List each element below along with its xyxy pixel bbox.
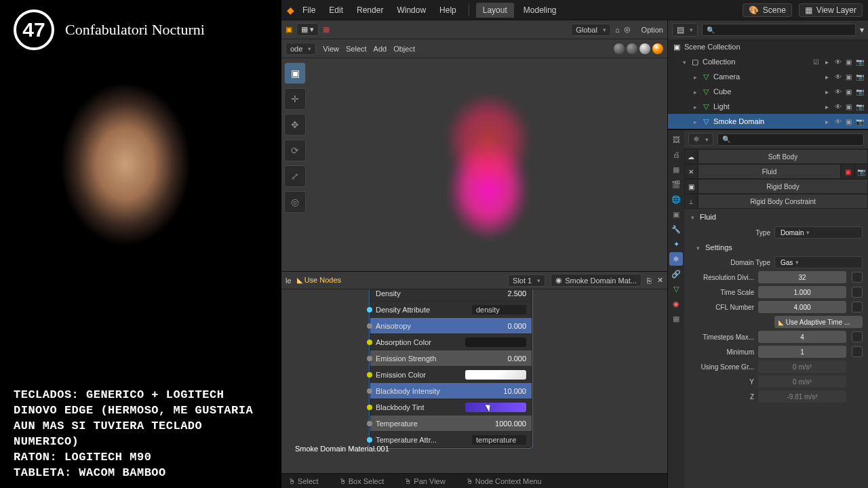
- properties-tabs: 🖼 🖨 ▦ 🎬 🌐 ▣ 🔧 ✦ ⚛ 🔗 ▽ ◉ ▦: [668, 130, 684, 488]
- tab-particles-icon[interactable]: ✦: [669, 237, 683, 251]
- shading-solid-icon[interactable]: [627, 43, 637, 54]
- node-row-density-attribute[interactable]: Density Attributedensity: [370, 301, 532, 317]
- tab-physics-icon[interactable]: ⚛: [669, 252, 683, 266]
- tab-data-icon[interactable]: ▽: [669, 282, 683, 296]
- softbody-row[interactable]: ☁Soft Body: [684, 149, 868, 164]
- shading-wireframe-icon[interactable]: [614, 43, 625, 54]
- tab-viewlayer-icon[interactable]: ▦: [669, 163, 683, 176]
- menu-window[interactable]: Window: [391, 3, 431, 18]
- blender-logo-icon: ◆: [287, 5, 294, 16]
- node-row-blackbody-tint[interactable]: Blackbody Tint: [370, 399, 532, 415]
- mode-dropdown[interactable]: ode: [285, 43, 316, 55]
- prop-time-scale[interactable]: Time Scale1.000: [684, 285, 868, 300]
- menu-render[interactable]: Render: [351, 3, 389, 18]
- menu-help[interactable]: Help: [434, 3, 462, 18]
- settings-subpanel[interactable]: Settings: [684, 240, 868, 255]
- tab-modifier-icon[interactable]: 🔧: [669, 222, 683, 236]
- outliner-scene-collection[interactable]: ▣Scene Collection: [668, 39, 868, 54]
- tool-select-box[interactable]: ▣: [284, 62, 306, 84]
- prop-resolution-divi-[interactable]: Resolution Divi...32: [684, 270, 868, 285]
- outliner-item-light[interactable]: ▽Light▸👁▣📷: [668, 99, 868, 114]
- tool-move[interactable]: ✥: [284, 114, 306, 136]
- status-context: 🖱 Node Context Menu: [466, 477, 542, 485]
- menu-view[interactable]: View: [323, 45, 339, 53]
- tool-transform[interactable]: ◎: [284, 191, 306, 213]
- shading-rendered-icon[interactable]: [652, 43, 663, 54]
- close-icon[interactable]: ✕: [657, 276, 663, 285]
- node-row-blackbody-intensity[interactable]: Blackbody Intensity10.000: [370, 382, 532, 399]
- pin-icon[interactable]: ⎘: [647, 277, 652, 285]
- fluid-row[interactable]: ✕Fluid▣📷: [684, 164, 868, 179]
- fluid-type-dropdown[interactable]: Domain: [774, 226, 863, 239]
- fire-simulation: [420, 83, 556, 246]
- outliner: ▤ 🔍 ▾ ▣Scene Collection ▢Collection☑▸👁▣📷…: [668, 20, 868, 129]
- tool-rotate[interactable]: ⟳: [284, 140, 306, 161]
- outliner-search[interactable]: 🔍: [702, 24, 856, 36]
- tab-world-icon[interactable]: 🌐: [669, 192, 683, 206]
- info-text: TECLADOS: GENERICO + LOGITECH DINOVO EDG…: [14, 388, 275, 481]
- use-nodes-toggle[interactable]: ◣ Use Nodes: [297, 276, 341, 285]
- shading-material-icon[interactable]: [639, 43, 650, 54]
- webcam-face: [34, 80, 217, 290]
- options-label[interactable]: Option: [642, 26, 663, 34]
- outliner-item-smoke-domain[interactable]: ▽Smoke Domain▸👁▣📷: [668, 114, 868, 129]
- menu-edit[interactable]: Edit: [323, 3, 349, 18]
- fluid-panel-title[interactable]: Fluid: [684, 209, 868, 225]
- node-row-temperature-attr-[interactable]: Temperature Attr...temperature: [370, 431, 532, 447]
- snap-toggle[interactable]: ⌂: [615, 26, 620, 34]
- node-row-density[interactable]: Density2.500: [370, 289, 532, 301]
- tab-texture-icon[interactable]: ▦: [669, 312, 683, 325]
- search-icon: 🔍: [722, 136, 730, 143]
- menu-file[interactable]: File: [297, 3, 321, 18]
- tab-object-icon[interactable]: ▣: [669, 207, 683, 221]
- tab-material-icon[interactable]: ◉: [669, 297, 683, 310]
- prop-timesteps-max-[interactable]: Timesteps Max...4: [684, 329, 868, 344]
- node-row-absorption-color[interactable]: Absorption Color: [370, 333, 532, 350]
- tab-scene-icon[interactable]: 🎬: [669, 178, 683, 191]
- prop-y[interactable]: Y0 m/s²: [684, 374, 868, 389]
- prop-minimum[interactable]: Minimum1: [684, 344, 868, 359]
- tool-scale[interactable]: ⤢: [284, 165, 306, 187]
- rigidbody-constraint-row[interactable]: ⟂Rigid Body Constraint: [684, 194, 868, 209]
- workspace-modeling[interactable]: Modeling: [517, 3, 564, 18]
- tab-output-icon[interactable]: 🖨: [669, 148, 683, 161]
- outliner-collection[interactable]: ▢Collection☑▸👁▣📷: [668, 54, 868, 69]
- viewport-header: ▣ ▦ ▾ ▦ Global ⌂ ◎ Option: [281, 20, 667, 39]
- tab-constraint-icon[interactable]: 🔗: [669, 267, 683, 281]
- snap-icon[interactable]: ▦: [323, 25, 330, 34]
- node-graph[interactable]: Density2.500Density AttributedensityAnis…: [281, 289, 667, 473]
- layer-icon: ▦: [805, 5, 812, 15]
- node-row-temperature[interactable]: Temperature1000.000: [370, 415, 532, 431]
- prop-using-scene-gr-[interactable]: Using Scene Gr...0 m/s²: [684, 359, 868, 374]
- outliner-item-camera[interactable]: ▽Camera▸👁▣📷: [668, 69, 868, 84]
- tab-render-icon[interactable]: 🖼: [669, 133, 683, 146]
- menu-add[interactable]: Add: [374, 45, 387, 53]
- prop-z[interactable]: Z-9.81 m/s²: [684, 389, 868, 404]
- material-selector[interactable]: ◉ Smoke Domain Mat...: [551, 274, 642, 287]
- select-tool-dropdown[interactable]: ▦ ▾: [296, 23, 319, 36]
- prop-domain-type[interactable]: Domain TypeGas: [684, 255, 868, 270]
- principled-volume-node[interactable]: Density2.500Density AttributedensityAnis…: [370, 289, 532, 448]
- tool-cursor[interactable]: ✛: [284, 88, 306, 110]
- rigidbody-row[interactable]: ▣Rigid Body: [684, 179, 868, 194]
- menu-select[interactable]: Select: [346, 45, 367, 53]
- status-box-select: 🖱 Box Select: [339, 477, 384, 485]
- outliner-item-cube[interactable]: ▽Cube▸👁▣📷: [668, 84, 868, 99]
- outliner-mode[interactable]: ▤: [672, 23, 698, 37]
- proportional-toggle[interactable]: ◎: [624, 25, 631, 34]
- viewlayer-selector[interactable]: ▦View Layer: [799, 3, 863, 17]
- scene-selector[interactable]: 🎨Scene: [743, 3, 792, 17]
- node-row-emission-strength[interactable]: Emission Strength0.000: [370, 350, 532, 366]
- node-row-emission-color[interactable]: Emission Color: [370, 366, 532, 382]
- menu-object[interactable]: Object: [393, 45, 415, 53]
- prop-use-adaptive-time-[interactable]: ◣ Use Adaptive Time ...: [684, 314, 868, 329]
- props-search[interactable]: 🔍: [717, 134, 864, 146]
- slot-dropdown[interactable]: Slot 1: [508, 274, 545, 287]
- filter-icon[interactable]: ▾: [860, 25, 864, 35]
- 3d-viewport[interactable]: ▣ ✛ ✥ ⟳ ⤢ ◎: [281, 58, 667, 271]
- node-row-anisotropy[interactable]: Anisotropy0.000: [370, 317, 532, 333]
- props-pin[interactable]: ⚛: [688, 133, 713, 146]
- orientation-dropdown[interactable]: Global: [571, 24, 611, 36]
- prop-cfl-number[interactable]: CFL Number4.000: [684, 300, 868, 314]
- workspace-layout[interactable]: Layout: [476, 3, 514, 18]
